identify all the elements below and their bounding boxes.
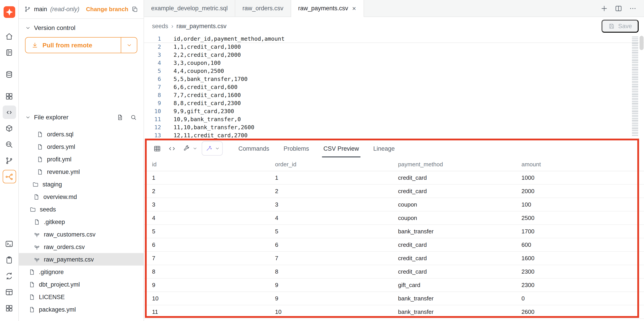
file-item-raw_orders.csv[interactable]: raw_orders.csv <box>19 240 144 253</box>
table-view-icon[interactable] <box>151 142 163 154</box>
chevron-down-icon <box>25 25 31 30</box>
cell: 3 <box>275 201 398 208</box>
code-line-12[interactable]: 1211,10,bank_transfer,2600 <box>144 124 644 132</box>
line-number: 5 <box>144 67 161 75</box>
file-item-packages.yml[interactable]: packages.yml <box>19 303 144 316</box>
file-item-staging[interactable]: staging <box>19 178 144 190</box>
dbt-logo-icon[interactable] <box>3 6 15 18</box>
terminal-icon[interactable] <box>2 237 16 250</box>
code-line-1[interactable]: 1id,order_id,payment_method,amount <box>144 35 644 43</box>
pull-from-remote-button[interactable]: Pull from remote <box>25 37 137 53</box>
file-item-revenue.yml[interactable]: revenue.yml <box>19 166 144 178</box>
panel-tab-csv-preview[interactable]: CSV Preview <box>322 140 360 157</box>
file-item-raw_customers.csv[interactable]: raw_customers.csv <box>19 228 144 240</box>
code-line-6[interactable]: 65,5,bank_transfer,1700 <box>144 75 644 83</box>
code-line-10[interactable]: 109,9,gift_card,2300 <box>144 107 644 115</box>
code-search-icon[interactable] <box>2 138 16 151</box>
warehouse-icon[interactable] <box>2 68 16 81</box>
code-line-9[interactable]: 98,8,credit_card,2300 <box>144 99 644 107</box>
cell: 8 <box>152 268 275 275</box>
file-item-seeds[interactable]: seeds <box>19 203 144 216</box>
panel-tab-commands[interactable]: Commands <box>237 140 270 157</box>
code-line-13[interactable]: 1312,11,credit_card,2700 <box>144 132 644 140</box>
cell: 6 <box>152 242 275 248</box>
line-content: 8,8,credit_card,2300 <box>161 99 241 107</box>
code-line-2[interactable]: 21,1,credit_card,1000 <box>144 43 644 51</box>
file-item-dbt_project.yml[interactable]: dbt_project.yml <box>19 278 144 290</box>
lineage-icon[interactable] <box>2 170 16 183</box>
home-icon[interactable] <box>2 30 16 43</box>
code-line-8[interactable]: 87,7,credit_card,1600 <box>144 91 644 99</box>
dashboard-icon[interactable] <box>2 90 16 103</box>
file-item-orders.yml[interactable]: orders.yml <box>19 140 144 153</box>
code-editor[interactable]: 1id,order_id,payment_method,amount21,1,c… <box>144 35 644 140</box>
icon-rail <box>0 0 19 321</box>
seed-icon <box>34 244 40 250</box>
develop-icon[interactable] <box>2 106 16 119</box>
pull-options-toggle[interactable] <box>121 38 137 53</box>
close-tab-icon[interactable]: × <box>352 5 357 12</box>
csv-row-9: 99gift_card2300 <box>144 278 644 292</box>
code-line-5[interactable]: 54,4,coupon,2500 <box>144 67 644 75</box>
panel-tab-lineage[interactable]: Lineage <box>372 140 396 157</box>
new-tab-icon[interactable] <box>600 4 608 12</box>
line-number: 8 <box>144 91 161 99</box>
line-number: 3 <box>144 51 161 59</box>
version-control-header[interactable]: Version control <box>25 24 137 31</box>
file-item-raw_payments.csv[interactable]: raw_payments.csv <box>19 253 144 266</box>
file-icon <box>37 143 44 150</box>
tab-label: raw_orders.csv <box>242 5 283 12</box>
file-label: staging <box>42 181 62 188</box>
split-editor-icon[interactable] <box>614 4 622 12</box>
file-label: .gitignore <box>39 268 64 275</box>
code-line-3[interactable]: 32,2,credit_card,2000 <box>144 51 644 59</box>
branch-name: main <box>34 6 47 12</box>
line-content: 4,4,coupon,2500 <box>161 67 224 75</box>
copy-icon[interactable] <box>132 6 138 12</box>
apps-icon[interactable] <box>2 301 16 315</box>
code-line-11[interactable]: 1110,9,bank_transfer,0 <box>144 115 644 124</box>
file-item-overview.md[interactable]: overview.md <box>19 190 144 203</box>
line-content: 3,3,coupon,100 <box>161 59 221 67</box>
jobs-icon[interactable] <box>2 122 16 135</box>
git-branch-icon[interactable] <box>2 154 16 167</box>
tab-example_develop_metric.sql[interactable]: example_develop_metric.sql <box>144 0 235 16</box>
cell: 11 <box>152 308 275 315</box>
save-button[interactable]: Save <box>602 20 639 32</box>
file-item-LICENSE[interactable]: LICENSE <box>19 290 144 303</box>
cell: 7 <box>152 255 275 262</box>
file-explorer-header[interactable]: File explorer <box>19 113 144 121</box>
csv-preview-header: idorder_idpayment_methodamount <box>144 157 644 171</box>
build-tools-button[interactable] <box>181 142 198 154</box>
csv-row-11: 1110bank_transfer2600 <box>144 305 644 319</box>
catalog-icon[interactable] <box>2 46 16 59</box>
minimap[interactable] <box>632 37 638 137</box>
file-item-profit.yml[interactable]: profit.yml <box>19 153 144 166</box>
file-item-.gitignore[interactable]: .gitignore <box>19 266 144 278</box>
tab-raw_orders.csv[interactable]: raw_orders.csv <box>235 0 291 16</box>
file-icon <box>28 281 35 288</box>
file-item-.gitkeep[interactable]: .gitkeep <box>19 216 144 228</box>
clipboard-icon[interactable] <box>2 253 16 266</box>
editor-scrollbar-thumb[interactable] <box>640 36 644 50</box>
layout-icon[interactable] <box>2 285 16 299</box>
new-file-icon[interactable] <box>116 113 124 121</box>
cell: 9 <box>152 282 275 288</box>
tab-raw_payments.csv[interactable]: raw_payments.csv× <box>291 0 364 16</box>
file-item-orders.sql[interactable]: orders.sql <box>19 128 144 140</box>
sync-icon[interactable] <box>2 269 16 282</box>
copilot-button[interactable] <box>202 141 223 156</box>
code-line-4[interactable]: 43,3,coupon,100 <box>144 59 644 67</box>
more-menu-icon[interactable] <box>629 4 637 12</box>
code-line-7[interactable]: 76,6,credit_card,600 <box>144 83 644 91</box>
change-branch-link[interactable]: Change branch <box>86 6 128 12</box>
line-number: 12 <box>144 124 161 132</box>
code-view-icon[interactable] <box>166 142 178 154</box>
search-icon[interactable] <box>129 113 137 121</box>
panel-tab-problems[interactable]: Problems <box>282 140 310 157</box>
file-icon <box>37 168 44 175</box>
csv-row-8: 88credit_card2300 <box>144 265 644 278</box>
wrench-icon <box>181 142 192 154</box>
cell: 1 <box>152 174 275 181</box>
line-content: id,order_id,payment_method,amount <box>161 35 285 43</box>
